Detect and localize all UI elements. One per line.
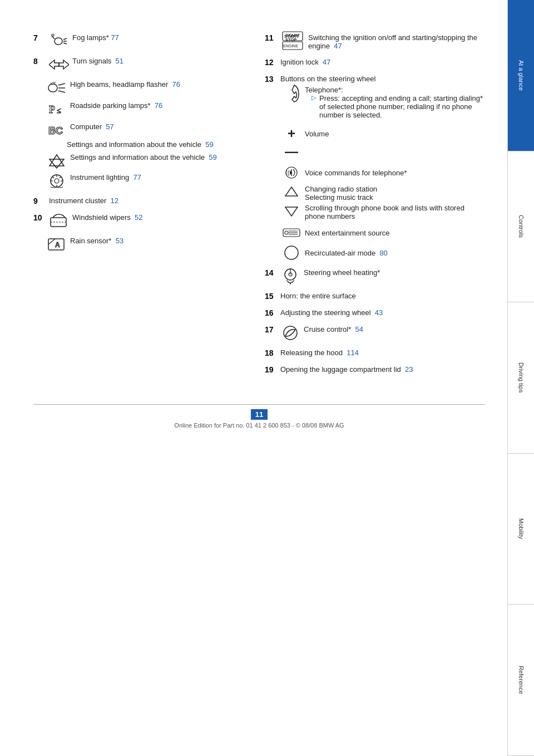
item-9-text: Instrument cluster 12: [49, 197, 254, 205]
item-10: 10 Windshield wipers 52: [33, 213, 254, 229]
telephone-bullet: ▷ Press: accepting and ending a call; st…: [312, 94, 485, 119]
item-14: 14 Steering wheel heating*: [265, 268, 485, 284]
item-17: 17 Cruise control* 54: [265, 325, 485, 341]
triangle-settings-page[interactable]: 59: [209, 153, 216, 161]
recirc-page[interactable]: 80: [379, 249, 387, 257]
item-telephone: Telephone*: ▷ Press: accepting and endin…: [281, 86, 485, 121]
sidebar-driving-tips[interactable]: Driving tips: [508, 302, 534, 454]
svg-marker-43: [285, 207, 298, 216]
parking-lamps-text: Roadside parking lamps* 76: [70, 101, 254, 110]
rain-sensor-text: Rain sensor* 53: [70, 237, 254, 245]
sidebar-at-a-glance[interactable]: At a glance: [508, 0, 534, 151]
svg-line-3: [63, 43, 67, 44]
svg-marker-18: [50, 155, 64, 166]
svg-line-55: [292, 281, 293, 283]
item-8-num: 8: [33, 57, 49, 66]
item-17-num: 17: [265, 325, 280, 334]
item-high-beams: High beams, headlamp flasher 76: [47, 80, 254, 96]
page-wrapper: 7 Fog lamps* 77: [0, 0, 534, 756]
main-content: 7 Fog lamps* 77: [0, 0, 507, 756]
item-7-num: 7: [33, 33, 49, 42]
item-9-page[interactable]: 12: [111, 197, 118, 205]
item-12-page[interactable]: 47: [323, 58, 330, 66]
item-8-page[interactable]: 51: [116, 57, 123, 65]
svg-line-26: [52, 176, 54, 178]
phonebook-icon: [281, 204, 301, 219]
instrument-light-page[interactable]: 77: [133, 173, 141, 181]
svg-rect-0: [55, 38, 62, 45]
page-number: 11: [251, 409, 268, 420]
item-11: 11 START START STOP ENGINE Switching the…: [265, 33, 485, 50]
svg-line-1: [63, 38, 67, 40]
svg-line-53: [288, 281, 289, 283]
svg-text:A: A: [55, 241, 60, 249]
bc-icon: BC: [47, 122, 67, 138]
voice-cmd-text: Voice commands for telephone*: [305, 169, 485, 177]
item-volume-plus: + Volume: [281, 126, 485, 141]
svg-line-11: [58, 91, 65, 92]
svg-rect-28: [51, 218, 66, 227]
telephone-bullet-text: Press: accepting and ending a call; star…: [319, 94, 485, 119]
radio-up-icon: [281, 185, 301, 200]
parking-lamps-page[interactable]: 76: [155, 101, 162, 110]
triangle-icon: [47, 153, 67, 169]
svg-point-5: [52, 34, 54, 36]
recirc-text: Recirculated-air mode 80: [305, 249, 485, 257]
fog-lamp-icon: [49, 33, 69, 49]
item-7: 7 Fog lamps* 77: [33, 33, 254, 49]
item-instrument-lighting: Instrument lighting 77: [47, 173, 254, 189]
item-15-num: 15: [265, 292, 280, 301]
item-parking-lamps: P ≤ Roadside parking lamps* 76: [47, 101, 254, 117]
svg-marker-42: [285, 187, 298, 196]
parking-lamps-icon: P ≤: [47, 101, 67, 117]
settings-bc-page[interactable]: 59: [205, 140, 213, 149]
item-17-text: Cruise control* 54: [304, 325, 485, 333]
item-16-page[interactable]: 43: [375, 308, 383, 317]
high-beam-text: High beams, headlamp flasher 76: [70, 80, 254, 89]
item-12-text: Ignition lock 47: [280, 58, 485, 66]
svg-point-21: [55, 179, 59, 183]
item-13-text: Buttons on the steering wheel: [280, 75, 485, 83]
item-18: 18 Releasing the hood 114: [265, 348, 485, 357]
svg-line-13: [53, 82, 53, 84]
telephone-title: Telephone*:: [305, 86, 485, 94]
item-7-page[interactable]: 77: [111, 33, 118, 42]
item-19-page[interactable]: 23: [405, 365, 413, 374]
svg-text:P: P: [49, 104, 55, 115]
entertainment-text: Next entertainment source: [305, 229, 485, 237]
sidebar-reference[interactable]: Reference: [508, 605, 534, 756]
rain-sensor-page[interactable]: 53: [116, 237, 123, 245]
computer-page[interactable]: 57: [106, 122, 113, 131]
triangle-settings-text: Settings and information about the vehic…: [70, 153, 254, 161]
instrument-light-icon: [47, 173, 67, 189]
sidebar-mobility[interactable]: Mobility: [508, 454, 534, 605]
wiper-icon: [49, 213, 69, 229]
svg-text:ENGINE: ENGINE: [283, 44, 298, 48]
item-8-text: Turn signals 51: [72, 57, 254, 65]
sidebar-controls[interactable]: Controls: [508, 151, 534, 303]
item-11-page[interactable]: 47: [334, 42, 342, 50]
item-19-text: Opening the luggage compartment lid 23: [280, 365, 485, 374]
item-11-num: 11: [265, 33, 280, 42]
minus-icon: —: [281, 144, 301, 159]
item-9-num: 9: [33, 197, 49, 205]
item-15-text: Horn: the entire surface: [280, 292, 485, 300]
svg-text:≤: ≤: [57, 106, 61, 115]
item-10-page[interactable]: 52: [135, 213, 142, 222]
item-9: 9 Instrument cluster 12: [33, 197, 254, 205]
svg-marker-7: [59, 60, 69, 69]
svg-line-32: [48, 239, 55, 244]
item-18-page[interactable]: 114: [347, 348, 359, 357]
item-10-num: 10: [33, 213, 49, 222]
item-17-page[interactable]: 54: [355, 325, 363, 333]
svg-rect-8: [48, 84, 57, 92]
item-10-text: Windshield wipers 52: [72, 213, 254, 222]
item-computer: BC Computer 57: [47, 122, 254, 138]
item-8: 8 Turn signals 51: [33, 57, 254, 72]
svg-text:BC: BC: [48, 125, 63, 136]
voice-cmd-icon: ((: [281, 165, 301, 180]
right-sidebar: At a glance Controls Driving tips Mobili…: [507, 0, 534, 756]
item-13-num: 13: [265, 75, 280, 84]
high-beam-page[interactable]: 76: [172, 80, 180, 89]
phonebook-text: Scrolling through phone book and lists w…: [305, 204, 485, 220]
